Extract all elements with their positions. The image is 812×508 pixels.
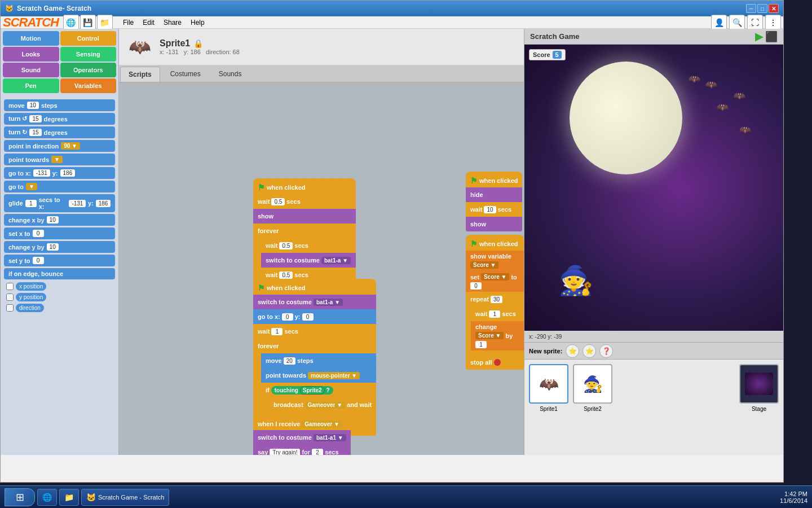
paint-sprite-btn[interactable]: ⭐ bbox=[566, 344, 579, 358]
file-menu[interactable]: File bbox=[118, 17, 138, 28]
taskbar-explorer[interactable]: 📁 bbox=[59, 489, 79, 506]
help-menu[interactable]: Help bbox=[186, 17, 209, 28]
share-menu[interactable]: Share bbox=[159, 17, 186, 28]
block-when-clicked-1[interactable]: ⚑ when clicked bbox=[253, 178, 356, 194]
upload-sprite-btn[interactable]: ❓ bbox=[599, 344, 613, 358]
sprites-grid: 🦇 Sprite1 🧙 Sprite2 Stag bbox=[524, 360, 783, 417]
sprite-coords: x: -131 y: 186 direction: 68 bbox=[160, 49, 240, 55]
block-when-receive[interactable]: when I receive Gameover ▼ bbox=[253, 415, 351, 430]
script-group-3: ⚑ when clicked hide wait 10 secs show bbox=[466, 172, 522, 231]
search-icon[interactable]: 🔍 bbox=[729, 15, 745, 30]
block-wait-2[interactable]: wait 0.5 secs bbox=[261, 238, 356, 253]
block-point-towards[interactable]: point towards ▼ bbox=[4, 154, 115, 165]
block-set-x[interactable]: set x to 0 bbox=[4, 227, 115, 239]
edit-menu[interactable]: Edit bbox=[138, 17, 159, 28]
cat-variables[interactable]: Variables bbox=[60, 78, 117, 93]
minimize-button[interactable]: ─ bbox=[746, 4, 756, 13]
block-show-2[interactable]: show bbox=[466, 217, 522, 231]
block-turn-ccw[interactable]: turn ↺ 15 degrees bbox=[4, 113, 115, 125]
tab-sounds[interactable]: Sounds bbox=[211, 67, 250, 82]
block-wait-5[interactable]: wait 1 secs bbox=[471, 306, 524, 321]
block-goto-xy[interactable]: go to x: -131 y: 186 bbox=[4, 167, 115, 179]
block-move[interactable]: move 10 steps bbox=[4, 99, 115, 111]
block-wait-4[interactable]: wait 1 secs bbox=[253, 324, 376, 339]
block-change-x[interactable]: change x by 10 bbox=[4, 214, 115, 226]
taskbar-browser[interactable]: 🌐 bbox=[37, 489, 57, 506]
block-broadcast[interactable]: broadcast Gameover ▼ and wait bbox=[269, 397, 376, 412]
block-set-score[interactable]: set Score ▼ to 0 bbox=[466, 271, 524, 292]
sprite-header: 🦇 Sprite1 🔒 x: -131 y: 186 direction: 68 bbox=[119, 29, 524, 65]
expand-icon[interactable]: ⛶ bbox=[747, 15, 763, 30]
profile-icon[interactable]: 👤 bbox=[711, 15, 727, 30]
block-stop-all-2[interactable]: stop all bbox=[466, 355, 524, 370]
app-icon: 🐱 bbox=[5, 5, 14, 12]
sprite2-label: Sprite2 bbox=[584, 406, 602, 412]
block-show-1[interactable]: show bbox=[253, 209, 356, 224]
block-say[interactable]: say Try again! for 2 secs bbox=[253, 445, 351, 455]
score-label: Score bbox=[533, 51, 550, 58]
block-forever-top[interactable]: forever bbox=[253, 224, 356, 238]
block-bounce[interactable]: if on edge, bounce bbox=[4, 268, 115, 279]
cat-control[interactable]: Control bbox=[60, 31, 117, 46]
block-wait-10[interactable]: wait 10 secs bbox=[466, 202, 522, 217]
random-sprite-btn[interactable]: ⭐ bbox=[582, 344, 596, 358]
tab-costumes[interactable]: Costumes bbox=[162, 67, 209, 82]
moon bbox=[570, 62, 682, 174]
sprite-info: Sprite1 🔒 x: -131 y: 186 direction: 68 bbox=[160, 38, 240, 55]
more-icon[interactable]: ⋮ bbox=[765, 15, 781, 30]
script-canvas[interactable]: ⚑ when clicked wait 0.5 secs show foreve… bbox=[119, 82, 524, 455]
stage-thumb[interactable] bbox=[739, 364, 779, 404]
maximize-button[interactable]: □ bbox=[757, 4, 767, 13]
block-point-towards-2[interactable]: point towards mouse-pointer ▼ bbox=[261, 368, 376, 383]
stop-button[interactable]: ⬛ bbox=[765, 30, 778, 43]
block-glide[interactable]: glide 1 secs to x: -131 y: 186 bbox=[4, 194, 115, 212]
taskbar: ⊞ 🌐 📁 🐱 Scratch Game - Scratch 1:42 PM 1… bbox=[0, 485, 812, 508]
block-if-top[interactable]: if touching Sprite2 ? bbox=[261, 383, 376, 397]
globe-icon[interactable]: 🌐 bbox=[63, 15, 79, 30]
cat-operators[interactable]: Operators bbox=[60, 63, 117, 77]
block-wait-1[interactable]: wait 0.5 secs bbox=[253, 194, 356, 209]
cat-motion[interactable]: Motion bbox=[3, 31, 59, 46]
stage-controls: ▶ ⬛ bbox=[755, 30, 778, 43]
block-turn-cw[interactable]: turn ↻ 15 degrees bbox=[4, 126, 115, 138]
sprite1-thumb[interactable]: 🦇 bbox=[529, 364, 568, 404]
checkbox-y-position[interactable]: y position bbox=[4, 292, 115, 303]
checkbox-direction[interactable]: direction bbox=[4, 303, 115, 313]
close-button[interactable]: ✕ bbox=[769, 4, 779, 13]
stage-container: Stage bbox=[739, 364, 779, 412]
cat-pen[interactable]: Pen bbox=[3, 78, 59, 93]
block-categories: Motion Control Looks Sensing Sound Opera… bbox=[1, 29, 118, 95]
block-goto-0-0[interactable]: go to x: 0 y: 0 bbox=[253, 309, 376, 324]
block-switch-costume-1[interactable]: switch to costume bat1-a ▼ bbox=[261, 253, 356, 268]
block-move-20[interactable]: move 20 steps bbox=[261, 353, 376, 368]
block-when-clicked-4[interactable]: ⚑ when clicked bbox=[466, 235, 524, 251]
block-when-clicked-2[interactable]: ⚑ when clicked bbox=[253, 279, 376, 295]
block-goto[interactable]: go to ▼ bbox=[4, 181, 115, 192]
block-change-score[interactable]: change Score ▼ by 1 bbox=[471, 321, 524, 351]
block-repeat-top[interactable]: repeat 30 bbox=[466, 292, 524, 306]
save-icon[interactable]: 💾 bbox=[80, 15, 96, 30]
block-set-y[interactable]: set y to 0 bbox=[4, 255, 115, 266]
cat-looks[interactable]: Looks bbox=[3, 47, 59, 62]
tab-scripts[interactable]: Scripts bbox=[120, 67, 160, 82]
checkbox-x-position[interactable]: x position bbox=[4, 281, 115, 292]
play-button[interactable]: ▶ bbox=[755, 30, 763, 43]
block-switch-costume-4[interactable]: switch to costume bat1-a1 ▼ bbox=[253, 430, 351, 445]
bat-2: 🦇 bbox=[733, 90, 745, 102]
taskbar-scratch[interactable]: 🐱 Scratch Game - Scratch bbox=[81, 489, 169, 506]
script-group-2: ⚑ when clicked switch to costume bat1-a … bbox=[253, 279, 376, 436]
block-change-y[interactable]: change y by 10 bbox=[4, 241, 115, 253]
cat-sensing[interactable]: Sensing bbox=[60, 47, 117, 62]
cat-sound[interactable]: Sound bbox=[3, 63, 59, 77]
block-show-variable[interactable]: show variable Score ▼ bbox=[466, 251, 524, 271]
block-switch-costume-3[interactable]: switch to costume bat1-a ▼ bbox=[253, 295, 376, 309]
block-point-direction[interactable]: point in direction 90 ▼ bbox=[4, 140, 115, 152]
block-forever-2-top[interactable]: forever bbox=[253, 339, 376, 353]
stage-coord-display: x: -290 y: -39 bbox=[529, 334, 562, 340]
sprite2-thumb[interactable]: 🧙 bbox=[573, 364, 612, 404]
block-when-clicked-3[interactable]: ⚑ when clicked bbox=[466, 172, 522, 187]
block-hide[interactable]: hide bbox=[466, 187, 522, 202]
stage-mini bbox=[745, 373, 773, 395]
start-button[interactable]: ⊞ bbox=[5, 488, 35, 506]
folder-icon[interactable]: 📁 bbox=[97, 15, 113, 30]
